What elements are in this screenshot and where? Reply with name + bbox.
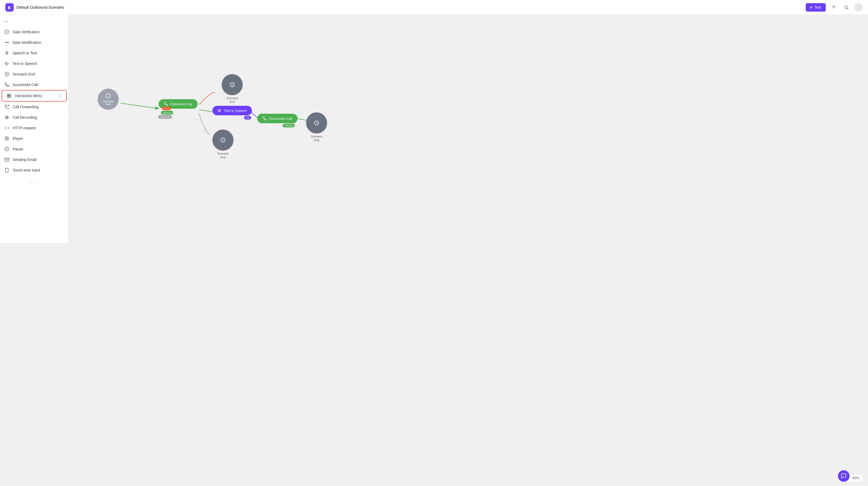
outbound-call-label: Outbound Call bbox=[170, 102, 192, 106]
scenario-end-bottom-circle: ⊙ bbox=[212, 129, 234, 151]
sidebar-more-button[interactable]: ··· bbox=[0, 176, 68, 188]
drag-icon[interactable]: ⋮⋮ bbox=[57, 62, 64, 66]
svg-marker-22 bbox=[7, 138, 8, 139]
svg-point-6 bbox=[5, 42, 6, 43]
sidebar-item-label: Touch-tone input bbox=[13, 168, 49, 172]
sidebar-item-text-to-speech[interactable]: Text to Speech ⓘ ⋮⋮ bbox=[0, 58, 68, 69]
item-actions: ⓘ bbox=[59, 93, 62, 98]
text-to-speech-node[interactable]: Text to Speech Out bbox=[212, 106, 252, 121]
sidebar-item-player[interactable]: Player ⓘ ⋮⋮ bbox=[0, 133, 68, 144]
call-forwarding-icon bbox=[4, 104, 9, 110]
outbound-call-node[interactable]: Outbound Call Error Success Voicemail bbox=[157, 99, 199, 125]
sidebar-item-http-request[interactable]: HTTP-request ⓘ ⋮⋮ bbox=[0, 123, 68, 133]
info-icon[interactable]: ⓘ bbox=[52, 61, 56, 66]
sidebar-item-pause[interactable]: Pause ⓘ ⋮⋮ bbox=[0, 144, 68, 154]
info-icon[interactable]: ⓘ bbox=[52, 157, 56, 162]
sidebar-item-sending-email[interactable]: Sending Email ⓘ ⋮⋮ bbox=[0, 154, 68, 165]
scenario-end-bottom-label: ScenarioEnd bbox=[217, 152, 228, 159]
svg-rect-9 bbox=[6, 51, 8, 54]
sidebar-item-label: Successful Call bbox=[13, 83, 49, 87]
drag-icon[interactable]: ⋮⋮ bbox=[57, 126, 64, 130]
svg-rect-17 bbox=[9, 96, 11, 98]
svg-rect-27 bbox=[5, 168, 8, 172]
drag-icon[interactable]: ⋮⋮ bbox=[57, 41, 64, 44]
edges-svg bbox=[69, 15, 434, 243]
sidebar-item-label: Call Forwarding bbox=[13, 105, 49, 109]
svg-point-7 bbox=[7, 42, 7, 43]
sidebar-collapse-button[interactable]: >< bbox=[0, 18, 68, 26]
info-icon[interactable]: ⓘ bbox=[52, 72, 56, 77]
successful-call-label: Successful Call bbox=[269, 117, 292, 121]
sending-email-icon bbox=[4, 157, 9, 162]
pause-icon bbox=[4, 146, 9, 152]
info-icon[interactable]: ⓘ bbox=[52, 82, 56, 87]
info-icon[interactable]: ⓘ bbox=[52, 126, 56, 130]
drag-icon[interactable]: ⋮⋮ bbox=[57, 83, 64, 87]
info-icon[interactable]: ⓘ bbox=[52, 40, 56, 45]
interactive-menu-icon bbox=[6, 93, 11, 98]
info-icon[interactable]: ⓘ bbox=[52, 115, 56, 120]
sidebar-item-scenario-end[interactable]: Scenario End ⓘ ⋮⋮ bbox=[0, 69, 68, 80]
info-icon[interactable]: ⓘ bbox=[52, 30, 56, 34]
page-title: Default Outbound Scenario bbox=[17, 5, 64, 9]
sidebar-item-call-forwarding[interactable]: Call Forwarding ⓘ ⋮⋮ bbox=[0, 101, 68, 112]
drag-icon[interactable]: ⋮⋮ bbox=[57, 147, 64, 151]
data-verification-icon bbox=[4, 29, 9, 35]
sidebar-item-successful-call[interactable]: Successful Call ⓘ ⋮⋮ bbox=[0, 80, 68, 90]
info-icon[interactable]: ⓘ bbox=[52, 104, 56, 109]
successful-call-node[interactable]: Successful Call Success bbox=[257, 114, 298, 129]
speech-to-text-icon bbox=[4, 51, 9, 56]
text-to-speech-icon bbox=[4, 61, 9, 66]
flow-canvas[interactable]: ScenarioStart Outbound Call Error Succes… bbox=[69, 15, 434, 243]
info-icon[interactable]: ⓘ bbox=[52, 51, 56, 55]
sidebar-item-speech-to-text[interactable]: Speech to Text ⓘ ⋮⋮ bbox=[0, 48, 68, 58]
sidebar-item-label: HTTP-request bbox=[13, 126, 49, 130]
sidebar-item-label: Call Recording bbox=[13, 115, 49, 120]
touch-tone-icon bbox=[4, 168, 9, 173]
sidebar-item-interactive-menu[interactable]: Interactive Menu ⓘ bbox=[2, 90, 67, 101]
drag-icon[interactable]: ⋮⋮ bbox=[57, 168, 64, 172]
svg-line-30 bbox=[199, 110, 212, 112]
sidebar-item-call-recording[interactable]: Call Recording ⓘ ⋮⋮ bbox=[0, 112, 68, 123]
drag-icon[interactable]: ⋮⋮ bbox=[57, 158, 64, 162]
sidebar-item-touch-tone[interactable]: Touch-tone input ⓘ ⋮⋮ bbox=[0, 165, 68, 176]
scenario-end-right-label: ScenarioEnd bbox=[311, 134, 322, 142]
drag-icon[interactable]: ⋮⋮ bbox=[57, 105, 64, 109]
drag-icon[interactable]: ⋮⋮ bbox=[57, 72, 64, 76]
successful-call-pill: Successful Call bbox=[257, 114, 298, 123]
drag-icon[interactable]: ⋮⋮ bbox=[57, 116, 64, 120]
sidebar-item-data-verification[interactable]: Data Verification ⓘ ⋮⋮ bbox=[0, 27, 68, 37]
collapse-icon: >< bbox=[4, 20, 8, 24]
sidebar-item-label: Data Modification bbox=[13, 40, 49, 44]
scenario-end-right-node[interactable]: ⊙ ScenarioEnd bbox=[306, 112, 327, 142]
scenario-start-node[interactable]: ScenarioStart bbox=[98, 89, 119, 110]
drag-icon[interactable]: ⋮⋮ bbox=[57, 137, 64, 141]
app-logo: ◧ bbox=[5, 3, 14, 11]
sidebar-item-label: Speech to Text bbox=[13, 51, 49, 55]
header-left: ◧ Default Outbound Scenario bbox=[5, 3, 64, 11]
scenario-end-top-label: ScenarioEnd bbox=[226, 96, 238, 104]
info-icon[interactable]: ⓘ bbox=[59, 93, 62, 98]
svg-rect-16 bbox=[7, 96, 9, 98]
info-icon[interactable]: ⓘ bbox=[52, 147, 56, 151]
scenario-end-top-circle: ⊙ bbox=[222, 74, 243, 95]
sidebar-item-label: Data Verification bbox=[13, 30, 49, 34]
svg-line-29 bbox=[121, 103, 158, 109]
sidebar-item-label: Text to Speech bbox=[13, 61, 49, 66]
drag-icon[interactable]: ⋮⋮ bbox=[57, 51, 64, 55]
info-icon[interactable]: ⓘ bbox=[52, 136, 56, 141]
drag-icon[interactable]: ⋮⋮ bbox=[57, 30, 64, 34]
info-icon[interactable]: ⓘ bbox=[52, 168, 56, 173]
svg-point-8 bbox=[8, 42, 9, 43]
scenario-end-bottom-node[interactable]: ⊙ ScenarioEnd bbox=[212, 129, 234, 159]
scenario-end-right-circle: ⊙ bbox=[306, 112, 327, 133]
scenario-end-top-node[interactable]: ⊙ ScenarioEnd bbox=[222, 74, 243, 104]
svg-point-23 bbox=[5, 147, 9, 151]
sidebar-item-label: Scenario End bbox=[13, 72, 49, 76]
data-modification-icon bbox=[4, 40, 9, 45]
text-to-speech-pill: Text to Speech bbox=[212, 106, 252, 115]
sidebar-item-label: Pause bbox=[13, 147, 49, 151]
sidebar-item-data-modification[interactable]: Data Modification ⓘ ⋮⋮ bbox=[0, 37, 68, 48]
sidebar: >< Data Verification ⓘ ⋮⋮ Data Modificat… bbox=[0, 15, 69, 243]
text-to-speech-label: Text to Speech bbox=[224, 109, 247, 113]
